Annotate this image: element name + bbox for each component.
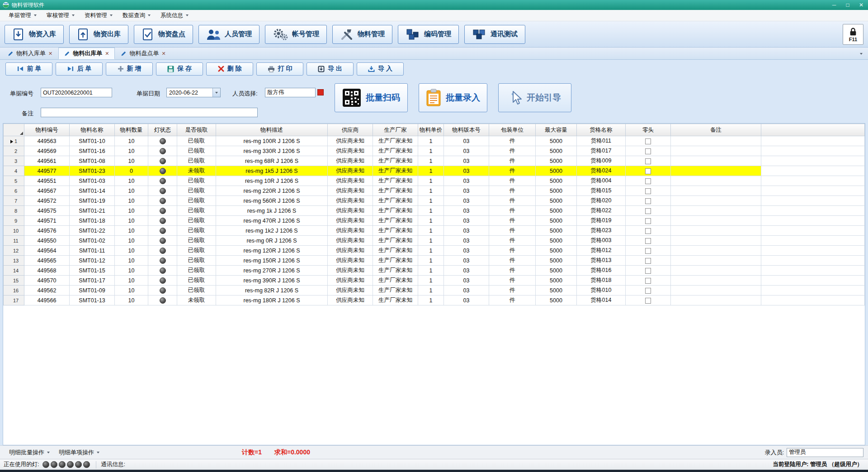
row-indicator-cell[interactable]: 17 [4,296,24,305]
fraction-checkbox[interactable] [645,268,651,274]
table-row[interactable]: 7 449572 SMT01-19 10 已领取 res-mg 560R J 1… [4,196,865,206]
tab-overflow-button[interactable] [857,50,865,57]
fraction-checkbox[interactable] [645,258,651,264]
delete-button[interactable]: 删 除 [206,62,253,76]
print-button[interactable]: 打 印 [256,62,303,76]
table-row[interactable]: 15 449570 SMT01-17 10 已领取 res-mg 390R J … [4,276,865,286]
person-input[interactable] [265,88,316,97]
table-row[interactable]: 1 449563 SMT01-10 10 已领取 res-mg 100R J 1… [4,136,865,146]
col-header-shelf[interactable]: 货格名称 [577,124,626,136]
material-in-button[interactable]: 物资入库 [5,25,64,44]
batch-scan-button[interactable]: 批量扫码 [335,83,408,112]
col-header-price[interactable]: 物料单价 [418,124,444,136]
fraction-checkbox[interactable] [645,298,651,304]
tab-material-in-doc[interactable]: 物料入库单 ✕ [2,48,58,59]
doc-date-select[interactable]: 2020-06-22 [166,88,221,97]
table-row[interactable]: 4 449577 SMT01-23 0 未领取 res-mg 1k5 J 120… [4,166,865,176]
start-guide-button[interactable]: 开始引导 [498,83,571,112]
row-indicator-cell[interactable]: 13 [4,256,24,266]
col-header-qty[interactable]: 物料数量 [115,124,148,136]
menu-item-document-mgmt[interactable]: 单据管理 [4,10,42,21]
row-indicator-cell[interactable]: 9 [4,216,24,226]
fraction-checkbox[interactable] [645,168,651,174]
account-mgmt-button[interactable]: 帐号管理 [265,25,327,44]
table-row[interactable]: 8 449575 SMT01-21 10 已领取 res-mg 1k J 120… [4,206,865,216]
col-header-remark[interactable]: 备注 [671,124,761,136]
row-indicator-cell[interactable]: 2 [4,146,24,156]
fraction-checkbox[interactable] [645,288,651,294]
menu-item-audit-mgmt[interactable]: 审核管理 [42,10,80,21]
comm-test-button[interactable]: 通讯测试 [464,25,525,44]
menu-item-data-mgmt[interactable]: 资料管理 [80,10,118,21]
detail-single-ops-button[interactable]: 明细单项操作 [54,447,104,458]
table-row[interactable]: 9 449571 SMT01-18 10 已领取 res-mg 470R J 1… [4,216,865,226]
col-header-version[interactable]: 物料版本号 [444,124,489,136]
col-header-desc[interactable]: 物料描述 [216,124,328,136]
table-row[interactable]: 2 449569 SMT01-16 10 已领取 res-mg 330R J 1… [4,146,865,156]
person-picker-button[interactable] [317,89,324,95]
users-mgmt-button[interactable]: 人员管理 [198,25,259,44]
table-row[interactable]: 12 449564 SMT01-11 10 已领取 res-mg 120R J … [4,246,865,256]
row-indicator-cell[interactable]: 11 [4,236,24,246]
col-header-name[interactable]: 物料名称 [70,124,115,136]
fraction-checkbox[interactable] [645,218,651,224]
batch-entry-button[interactable]: 批量录入 [419,83,487,112]
fraction-checkbox[interactable] [645,148,651,154]
recorder-input[interactable] [787,448,863,457]
tab-material-count-doc[interactable]: 物料盘点单 ✕ [115,48,171,59]
row-indicator-cell[interactable]: 16 [4,286,24,296]
material-out-button[interactable]: 物资出库 [69,25,128,44]
fraction-checkbox[interactable] [645,278,651,284]
tab-close-icon[interactable]: ✕ [48,51,52,56]
row-indicator-cell[interactable]: 1 [4,136,24,146]
row-indicator-cell[interactable]: 15 [4,276,24,286]
table-row[interactable]: 14 449568 SMT01-15 10 已领取 res-mg 270R J … [4,266,865,276]
row-indicator-cell[interactable]: 14 [4,266,24,276]
row-indicator-cell[interactable]: 5 [4,176,24,186]
table-row[interactable]: 17 449566 SMT01-13 10 未领取 res-mg 180R J … [4,296,865,305]
add-button[interactable]: 新 增 [106,62,153,76]
table-row[interactable]: 10 449576 SMT01-22 10 已领取 res-mg 1k2 J 1… [4,226,865,236]
table-row[interactable]: 6 449567 SMT01-14 10 已领取 res-mg 220R J 1… [4,186,865,196]
maximize-button[interactable]: □ [841,0,854,10]
col-header-maker[interactable]: 生产厂家 [373,124,418,136]
table-row[interactable]: 16 449562 SMT01-09 10 已领取 res-mg 82R J 1… [4,286,865,296]
detail-batch-ops-button[interactable]: 明细批量操作 [5,447,54,458]
next-doc-button[interactable]: 后 单 [56,62,103,76]
fraction-checkbox[interactable] [645,138,651,144]
col-header-supplier[interactable]: 供应商 [328,124,373,136]
col-header-unit[interactable]: 包装单位 [489,124,536,136]
col-header-received[interactable]: 是否领取 [177,124,216,136]
grid-corner-cell[interactable] [4,124,24,136]
table-row[interactable]: 13 449565 SMT01-12 10 已领取 res-mg 150R J … [4,256,865,266]
close-button[interactable]: ✕ [854,0,868,10]
row-indicator-cell[interactable]: 8 [4,206,24,216]
menu-item-system-info[interactable]: 系统信息 [156,10,193,21]
minimize-button[interactable]: ─ [827,0,841,10]
lock-f11-button[interactable]: F11 [843,24,863,45]
row-indicator-cell[interactable]: 10 [4,226,24,236]
table-row[interactable]: 5 449551 SMT01-03 10 已领取 res-mg 10R J 12… [4,176,865,186]
col-header-code[interactable]: 物料编号 [24,124,70,136]
inventory-check-button[interactable]: 物资盘点 [134,25,193,44]
fraction-checkbox[interactable] [645,228,651,234]
menu-item-data-query[interactable]: 数据查询 [118,10,156,21]
tab-close-icon[interactable]: ✕ [105,51,109,56]
table-row[interactable]: 3 449561 SMT01-08 10 已领取 res-mg 68R J 12… [4,156,865,166]
fraction-checkbox[interactable] [645,178,651,184]
encode-mgmt-button[interactable]: 编码管理 [398,25,459,44]
dropdown-button[interactable] [212,88,220,97]
row-indicator-cell[interactable]: 6 [4,186,24,196]
table-row[interactable]: 11 449550 SMT01-02 10 已领取 res-mg 0R J 12… [4,236,865,246]
col-header-fraction[interactable]: 零头 [626,124,671,136]
row-indicator-cell[interactable]: 4 [4,166,24,176]
import-button[interactable]: 导 入 [357,62,404,76]
col-header-lamp[interactable]: 灯状态 [148,124,177,136]
save-button[interactable]: 保 存 [156,62,203,76]
export-button[interactable]: 导 出 [307,62,354,76]
doc-no-input[interactable] [41,88,112,97]
fraction-checkbox[interactable] [645,238,651,244]
row-indicator-cell[interactable]: 3 [4,156,24,166]
prev-doc-button[interactable]: 前 单 [5,62,52,76]
tab-close-icon[interactable]: ✕ [161,51,165,56]
